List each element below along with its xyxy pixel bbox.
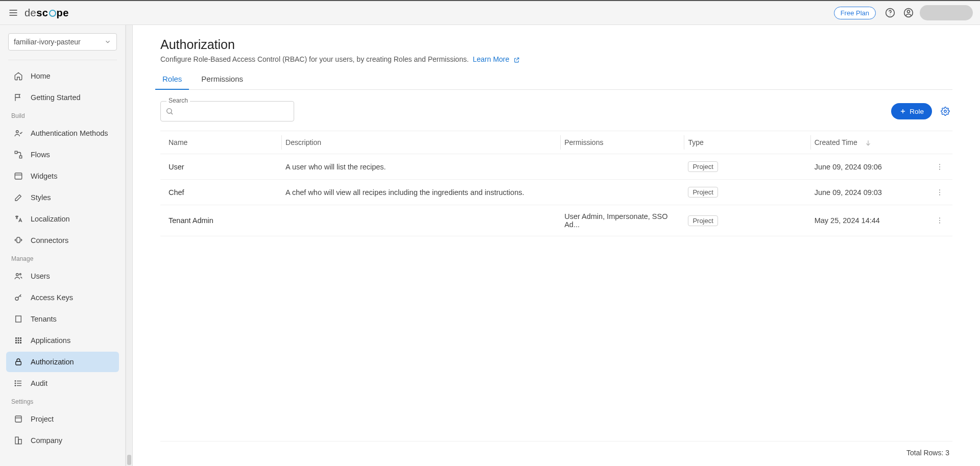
cell-type: Project (684, 180, 810, 205)
sidebar-item-project[interactable]: Project (6, 409, 119, 429)
sidebar-item-widgets[interactable]: Widgets (6, 166, 119, 186)
svg-point-13 (19, 274, 21, 275)
cell-permissions (560, 154, 684, 180)
svg-point-6 (907, 10, 910, 13)
chevron-down-icon (104, 38, 111, 45)
search-label: Search (166, 97, 190, 104)
row-menu-button[interactable] (931, 205, 952, 236)
svg-rect-8 (15, 151, 17, 154)
sidebar-item-authorization[interactable]: Authorization (6, 352, 119, 372)
sidebar-item-applications[interactable]: Applications (6, 330, 119, 351)
svg-point-46 (944, 110, 947, 113)
sidebar-item-label: Styles (31, 193, 51, 202)
sidebar-item-localization[interactable]: Localization (6, 209, 119, 229)
help-button[interactable] (883, 6, 897, 20)
svg-rect-9 (19, 156, 22, 158)
svg-point-55 (939, 220, 940, 221)
sidebar-item-label: Project (31, 415, 54, 423)
add-role-button[interactable]: Role (891, 103, 932, 119)
row-menu-button[interactable] (931, 154, 952, 180)
svg-rect-24 (20, 337, 21, 339)
svg-point-52 (939, 192, 940, 193)
apps-icon (14, 336, 23, 345)
account-button[interactable] (901, 6, 916, 20)
th-created[interactable]: Created Time (810, 131, 931, 154)
table-row[interactable]: Chef A chef who will view all recipes in… (160, 180, 952, 205)
svg-point-56 (939, 223, 940, 224)
toolbar: Search Role (160, 101, 952, 121)
sidebar-item-audit[interactable]: Audit (6, 373, 119, 394)
project-selector[interactable]: familiar-ivory-pasteur (8, 33, 117, 51)
translate-icon (14, 214, 23, 224)
roles-table: Name Description Permissions Type Create… (160, 131, 952, 236)
th-type[interactable]: Type (684, 131, 810, 154)
sidebar-item-label: Flows (31, 151, 50, 159)
sidebar-item-tenants[interactable]: Tenants (6, 309, 119, 329)
main-content: Authorization Configure Role-Based Acces… (133, 25, 980, 466)
user-pill[interactable] (920, 5, 973, 20)
cell-permissions: User Admin, Impersonate, SSO Ad... (560, 205, 684, 236)
svg-point-4 (890, 15, 890, 15)
row-menu-button[interactable] (931, 180, 952, 205)
lock-icon (14, 357, 23, 366)
sidebar-item-flows[interactable]: Flows (6, 144, 119, 165)
tab-permissions[interactable]: Permissions (199, 75, 245, 89)
svg-rect-40 (15, 437, 18, 444)
sidebar-item-label: Authorization (31, 358, 74, 366)
th-permissions[interactable]: Permissions (560, 131, 684, 154)
user-check-icon (14, 129, 23, 138)
building-icon (14, 314, 23, 324)
gear-icon (941, 107, 950, 116)
sidebar-item-getting-started[interactable]: Getting Started (6, 87, 119, 108)
logo-ring-icon (49, 10, 56, 17)
th-description[interactable]: Description (281, 131, 560, 154)
flag-icon (14, 93, 23, 102)
project-selector-label: familiar-ivory-pasteur (14, 38, 81, 46)
svg-rect-27 (20, 340, 21, 341)
puzzle-icon (14, 236, 23, 245)
sidebar-item-label: Getting Started (31, 93, 81, 102)
list-icon (14, 379, 23, 388)
sidebar-item-label: Home (31, 72, 51, 80)
table-row[interactable]: Tenant Admin User Admin, Impersonate, SS… (160, 205, 952, 236)
widgets-icon (14, 171, 23, 181)
th-name[interactable]: Name (160, 131, 281, 154)
sidebar-item-label: Widgets (31, 172, 57, 180)
table-settings-button[interactable] (938, 104, 952, 118)
sidebar-item-company[interactable]: Company (6, 430, 119, 451)
sidebar-item-users[interactable]: Users (6, 266, 119, 286)
learn-more-link[interactable]: Learn More (473, 55, 520, 63)
company-icon (14, 436, 23, 445)
sidebar-item-label: Authentication Methods (31, 129, 108, 137)
sidebar-item-styles[interactable]: Styles (6, 187, 119, 208)
users-icon (14, 272, 23, 281)
svg-rect-15 (16, 316, 21, 322)
brush-icon (14, 193, 23, 202)
dots-vertical-icon (936, 216, 944, 225)
total-rows-label: Total Rows: 3 (906, 449, 949, 457)
table-row[interactable]: User A user who will list the recipes. P… (160, 154, 952, 180)
page-subtitle: Configure Role-Based Access Control (RBA… (160, 55, 952, 63)
sidebar-scrollbar[interactable] (126, 25, 133, 466)
cell-description: A user who will list the recipes. (281, 154, 560, 180)
svg-point-48 (939, 164, 940, 165)
search-input[interactable] (160, 101, 294, 121)
sidebar-item-label: Company (31, 436, 62, 445)
sidebar-item-label: Users (31, 272, 50, 280)
svg-rect-10 (15, 173, 22, 179)
sidebar-item-auth-methods[interactable]: Authentication Methods (6, 123, 119, 143)
sidebar-item-home[interactable]: Home (6, 66, 119, 86)
menu-toggle-button[interactable] (7, 7, 19, 19)
svg-point-51 (939, 189, 940, 190)
svg-rect-23 (18, 337, 19, 339)
sidebar-item-access-keys[interactable]: Access Keys (6, 287, 119, 308)
sidebar-item-connectors[interactable]: Connectors (6, 230, 119, 251)
sidebar-section-build: Build (4, 108, 121, 122)
sidebar-item-label: Tenants (31, 315, 57, 323)
arrow-down-icon (865, 139, 872, 146)
logo: descpe (25, 7, 69, 19)
sidebar-item-label: Audit (31, 379, 47, 387)
free-plan-button[interactable]: Free Plan (834, 7, 876, 19)
sidebar-item-label: Connectors (31, 236, 68, 244)
tab-roles[interactable]: Roles (160, 75, 184, 89)
